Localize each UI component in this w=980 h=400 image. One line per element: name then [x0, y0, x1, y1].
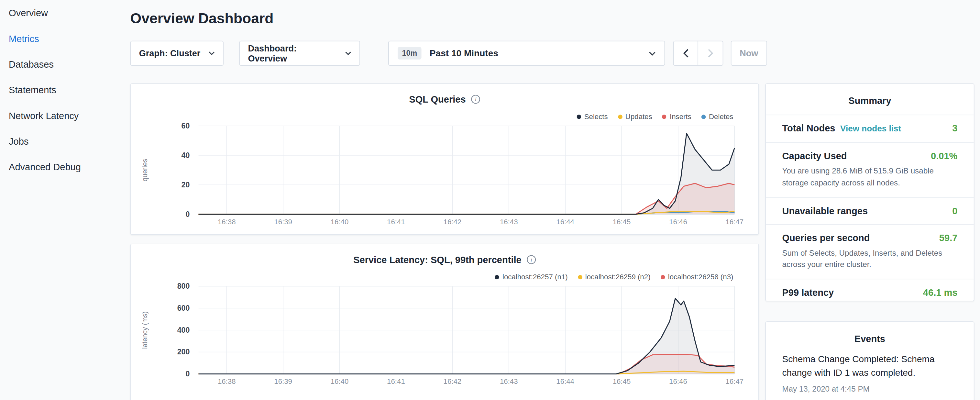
- chevron-left-icon: [683, 49, 689, 57]
- summary-label: Unavailable ranges: [782, 205, 868, 216]
- time-range-badge: 10m: [398, 47, 422, 59]
- svg-text:60: 60: [181, 122, 190, 130]
- summary-row-queries-per-second: Queries per second 59.7 Sum of Selects, …: [766, 224, 974, 279]
- summary-value: 0.01%: [931, 150, 957, 161]
- svg-text:16:38: 16:38: [218, 218, 236, 226]
- summary-row-total-nodes: Total NodesView nodes list 3: [766, 115, 974, 142]
- sidebar-item-databases[interactable]: Databases: [0, 51, 121, 77]
- svg-text:0: 0: [186, 370, 190, 378]
- summary-value: 3: [952, 123, 957, 133]
- time-window-prev-button[interactable]: [673, 41, 698, 66]
- svg-text:16:39: 16:39: [274, 218, 292, 226]
- graph-dropdown[interactable]: Graph: Cluster: [130, 41, 224, 66]
- svg-text:16:41: 16:41: [387, 377, 405, 386]
- svg-text:16:45: 16:45: [613, 218, 631, 226]
- svg-text:600: 600: [177, 304, 190, 312]
- summary-panel: Summary Total NodesView nodes list 3 Cap…: [765, 83, 974, 301]
- svg-text:16:47: 16:47: [725, 377, 743, 386]
- graph-dropdown-label: Graph: Cluster: [139, 48, 201, 58]
- now-button[interactable]: Now: [731, 41, 767, 66]
- summary-description: Sum of Selects, Updates, Inserts, and De…: [782, 247, 957, 271]
- svg-text:16:39: 16:39: [274, 377, 292, 386]
- time-window-selector[interactable]: 10m Past 10 Minutes: [388, 41, 665, 66]
- svg-text:200: 200: [177, 347, 190, 356]
- svg-text:0: 0: [186, 210, 190, 218]
- event-timestamp: May 13, 2020 at 4:45 PM: [782, 384, 957, 393]
- metrics-dashboard-page: Overview Metrics Databases Statements Ne…: [0, 0, 980, 400]
- svg-text:16:45: 16:45: [613, 377, 631, 386]
- svg-text:16:43: 16:43: [500, 377, 518, 386]
- summary-value: 59.7: [939, 232, 958, 243]
- sql-queries-plot[interactable]: 020406016:3816:3916:4016:4116:4216:4316:…: [131, 84, 758, 234]
- svg-text:16:40: 16:40: [331, 377, 349, 386]
- svg-text:queries: queries: [141, 159, 149, 182]
- chevron-down-icon: [209, 51, 215, 55]
- chevron-right-icon: [708, 49, 713, 57]
- svg-text:800: 800: [177, 282, 190, 290]
- time-window-label: Past 10 Minutes: [430, 48, 498, 58]
- svg-text:latency (ms): latency (ms): [141, 311, 149, 349]
- sidebar-item-overview[interactable]: Overview: [0, 0, 121, 25]
- sql-queries-chart-card: SQL Queries i Selects Updates Inserts De…: [130, 83, 759, 234]
- summary-row-capacity-used: Capacity Used 0.01% You are using 28.6 M…: [766, 142, 974, 197]
- svg-text:400: 400: [177, 326, 190, 334]
- summary-row-p99-latency: P99 latency 46.1 ms: [766, 279, 974, 306]
- summary-label: P99 latency: [782, 287, 834, 297]
- dashboard-dropdown[interactable]: Dashboard: Overview: [239, 41, 360, 66]
- events-panel: Events Schema Change Completed: Schema c…: [765, 321, 974, 400]
- svg-text:16:46: 16:46: [669, 377, 687, 386]
- summary-row-unavailable-ranges: Unavailable ranges 0: [766, 197, 974, 224]
- svg-text:16:44: 16:44: [556, 377, 574, 386]
- svg-text:16:44: 16:44: [556, 218, 574, 226]
- sidebar-item-advanced-debug[interactable]: Advanced Debug: [0, 154, 121, 180]
- chevron-down-icon: [649, 51, 655, 56]
- sidebar-item-jobs[interactable]: Jobs: [0, 129, 121, 154]
- chevron-down-icon: [345, 51, 351, 55]
- summary-label: Capacity Used: [782, 150, 847, 161]
- summary-description: You are using 28.6 MiB of 515.9 GiB usab…: [782, 166, 957, 189]
- page-title: Overview Dashboard: [130, 8, 274, 28]
- summary-value: 46.1 ms: [923, 287, 958, 297]
- sidebar: Overview Metrics Databases Statements Ne…: [0, 0, 121, 400]
- summary-label: Total Nodes: [782, 123, 835, 133]
- summary-label: Queries per second: [782, 232, 870, 243]
- sidebar-item-metrics[interactable]: Metrics: [0, 25, 121, 51]
- sidebar-item-network-latency[interactable]: Network Latency: [0, 103, 121, 128]
- dashboard-dropdown-label: Dashboard: Overview: [248, 43, 337, 64]
- event-text: Schema Change Completed: Schema change w…: [782, 353, 957, 380]
- svg-text:16:43: 16:43: [500, 218, 518, 226]
- svg-text:16:42: 16:42: [444, 377, 462, 386]
- svg-text:20: 20: [181, 180, 190, 189]
- svg-text:16:46: 16:46: [669, 218, 687, 226]
- summary-title: Summary: [766, 84, 974, 115]
- svg-text:16:47: 16:47: [725, 218, 743, 226]
- svg-text:16:40: 16:40: [331, 218, 349, 226]
- sidebar-item-statements[interactable]: Statements: [0, 77, 121, 103]
- svg-text:40: 40: [181, 151, 190, 159]
- view-nodes-list-link[interactable]: View nodes list: [840, 124, 901, 133]
- svg-text:16:41: 16:41: [387, 218, 405, 226]
- events-title: Events: [766, 322, 974, 353]
- summary-value: 0: [952, 205, 957, 216]
- event-item: Schema Change Completed: Schema change w…: [766, 353, 974, 400]
- service-latency-plot[interactable]: 020040060080016:3816:3916:4016:4116:4216…: [131, 244, 758, 400]
- svg-text:16:42: 16:42: [444, 218, 462, 226]
- service-latency-chart-card: Service Latency: SQL, 99th percentile i …: [130, 244, 759, 400]
- svg-text:16:38: 16:38: [218, 377, 236, 386]
- time-window-next-button[interactable]: [698, 41, 723, 66]
